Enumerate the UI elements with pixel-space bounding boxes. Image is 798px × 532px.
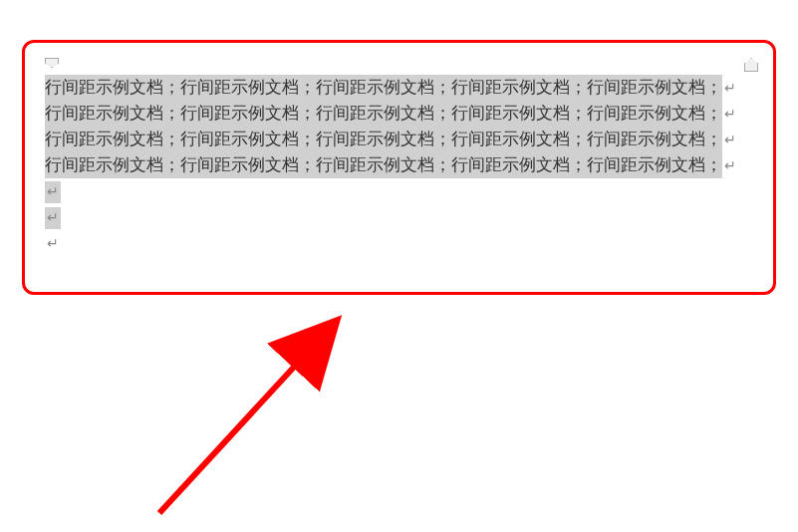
text-line[interactable]: 行间距示例文档；行间距示例文档；行间距示例文档；行间距示例文档；行间距示例文档； [45, 75, 722, 101]
paragraph-mark-icon: ↵ [724, 133, 736, 147]
paragraph-mark-icon: ↵ [724, 81, 736, 96]
document-text-content[interactable]: 行间距示例文档；行间距示例文档；行间距示例文档；行间距示例文档；行间距示例文档；… [45, 75, 758, 256]
text-line[interactable]: 行间距示例文档；行间距示例文档；行间距示例文档；行间距示例文档；行间距示例文档； [45, 101, 722, 127]
ruler-indent-marker-left[interactable] [45, 58, 59, 68]
paragraph-mark-icon: ↵ [45, 207, 61, 229]
paragraph-mark-icon: ↵ [45, 233, 61, 255]
paragraph-mark-icon: ↵ [45, 181, 61, 203]
text-line[interactable]: 行间距示例文档；行间距示例文档；行间距示例文档；行间距示例文档；行间距示例文档； [45, 127, 722, 152]
paragraph-mark-icon: ↵ [724, 107, 736, 122]
paragraph-mark-icon: ↵ [724, 158, 736, 173]
text-line[interactable]: 行间距示例文档；行间距示例文档；行间距示例文档；行间距示例文档；行间距示例文档； [45, 152, 722, 178]
annotation-highlight-box: 行间距示例文档；行间距示例文档；行间距示例文档；行间距示例文档；行间距示例文档；… [22, 40, 776, 295]
svg-line-1 [159, 324, 334, 513]
annotation-arrow-icon [130, 309, 369, 528]
ruler-indent-marker-right[interactable] [744, 58, 758, 72]
